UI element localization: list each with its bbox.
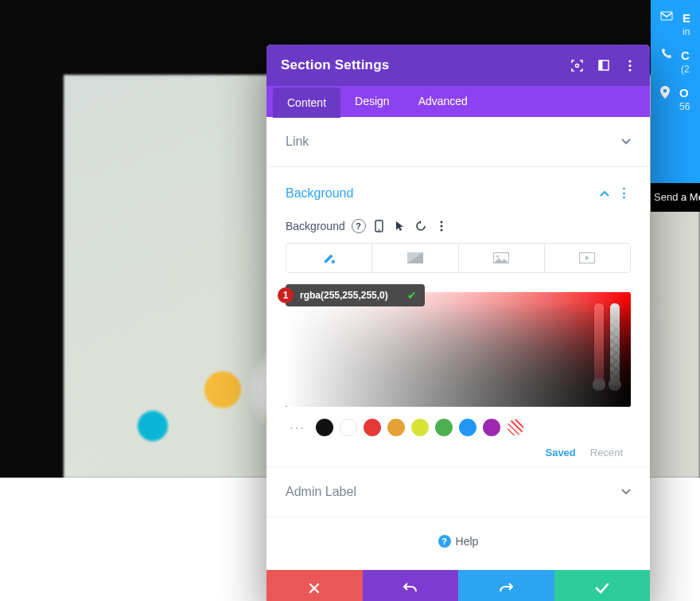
undo-button[interactable]: [363, 570, 459, 601]
svg-point-14: [496, 256, 499, 258]
bg-color-tab[interactable]: [286, 244, 371, 272]
color-value-text[interactable]: rgba(255,255,255,0): [300, 290, 388, 301]
tab-design[interactable]: Design: [340, 86, 404, 117]
swatch[interactable]: [316, 419, 333, 436]
contact-sidebar: Ein C(2 O56: [651, 0, 700, 183]
tab-advanced[interactable]: Advanced: [404, 86, 482, 117]
svg-rect-2: [599, 60, 603, 70]
expand-icon[interactable]: [597, 60, 609, 72]
hue-thumb[interactable]: [593, 378, 605, 391]
accordion-link-header[interactable]: Link: [266, 117, 650, 166]
contact-office[interactable]: O56: [651, 75, 700, 112]
help-icon: ?: [438, 535, 451, 548]
chevron-down-icon: [621, 489, 631, 495]
svg-point-9: [440, 225, 442, 228]
save-button[interactable]: [554, 570, 651, 601]
location-icon: [660, 86, 670, 99]
chevron-up-icon: [600, 190, 609, 197]
accordion-background-header[interactable]: Background ⋮: [266, 167, 650, 219]
modal-body: Link Background ⋮ Background ?: [266, 117, 650, 570]
tab-bar: Content Design Advanced: [266, 86, 650, 117]
phone-icon: [660, 49, 671, 60]
svg-point-11: [332, 260, 334, 263]
swatch[interactable]: [387, 419, 405, 436]
email-icon: [660, 11, 673, 21]
call-label: C: [681, 49, 690, 62]
svg-point-3: [628, 60, 631, 62]
swatch[interactable]: [411, 419, 429, 436]
cancel-button[interactable]: [266, 570, 363, 601]
confirm-check-icon[interactable]: ✔: [407, 289, 417, 302]
bg-image-tab[interactable]: [458, 244, 544, 272]
admin-title: Admin Label: [286, 485, 356, 499]
mini-kebab-icon[interactable]: [434, 219, 449, 233]
kebab-icon[interactable]: [624, 60, 636, 72]
hue-slider[interactable]: [594, 303, 604, 387]
swatch[interactable]: [364, 419, 381, 436]
call-sub: (2: [681, 64, 690, 75]
svg-point-4: [628, 64, 631, 66]
modal-footer: [266, 570, 650, 601]
bg-gradient-tab[interactable]: [371, 244, 457, 272]
alpha-thumb[interactable]: [609, 378, 621, 391]
swatch[interactable]: [483, 419, 500, 436]
bg-video-tab[interactable]: [544, 244, 630, 272]
svg-point-0: [576, 64, 579, 67]
background-type-tabs: [286, 243, 631, 273]
background-panel: Background ? 1 rgba(255,255,255,0): [266, 219, 650, 466]
swatch[interactable]: [459, 419, 476, 436]
svg-point-8: [440, 221, 442, 224]
background-label: Background: [286, 220, 345, 232]
options-kebab-icon[interactable]: ⋮: [617, 185, 631, 201]
svg-point-10: [440, 229, 442, 232]
link-title: Link: [286, 135, 309, 149]
section-settings-modal: Section Settings Content Design Advanced…: [266, 45, 650, 601]
chevron-down-icon: [621, 139, 631, 145]
swatch-row: ⋯: [286, 418, 631, 437]
help-hint-icon[interactable]: ?: [352, 219, 366, 233]
saved-tab[interactable]: Saved: [545, 447, 575, 459]
svg-point-5: [628, 68, 631, 71]
send-message-button[interactable]: Send a Me: [651, 183, 700, 212]
hover-cursor-icon[interactable]: [393, 219, 407, 233]
office-label: O: [679, 86, 690, 100]
contact-call[interactable]: C(2: [651, 37, 700, 75]
office-sub: 56: [679, 101, 690, 112]
step-badge: 1: [278, 287, 294, 303]
alpha-slider[interactable]: [610, 303, 620, 387]
email-sub: in: [682, 26, 690, 37]
modal-title: Section Settings: [281, 57, 389, 73]
svg-point-7: [379, 229, 380, 231]
contact-email[interactable]: Ein: [651, 0, 700, 37]
accordion-admin-header[interactable]: Admin Label: [266, 467, 650, 517]
swatch-more-icon[interactable]: ⋯: [289, 418, 306, 437]
swatch[interactable]: [340, 419, 357, 436]
phone-responsive-icon[interactable]: [372, 219, 387, 233]
color-value-pill: 1 rgba(255,255,255,0) ✔: [286, 284, 425, 306]
focus-icon[interactable]: [571, 60, 583, 72]
redo-button[interactable]: [458, 570, 554, 601]
background-title: Background: [286, 186, 353, 201]
email-label: E: [682, 11, 690, 25]
recent-tab[interactable]: Recent: [590, 447, 623, 459]
modal-header: Section Settings Content Design Advanced: [266, 45, 650, 117]
accordion-link: Link: [266, 117, 650, 167]
background-field-row: Background ?: [286, 219, 631, 233]
accordion-admin-label: Admin Label: [266, 467, 650, 517]
help-label: Help: [456, 535, 479, 548]
swatch-transparent[interactable]: [507, 419, 524, 436]
swatch[interactable]: [435, 419, 453, 436]
tab-content[interactable]: Content: [273, 88, 340, 118]
help-link[interactable]: ? Help: [266, 517, 650, 570]
accordion-background: Background ⋮ Background ?: [266, 167, 650, 467]
reset-icon[interactable]: [414, 219, 428, 233]
color-picker-canvas[interactable]: [286, 292, 631, 407]
